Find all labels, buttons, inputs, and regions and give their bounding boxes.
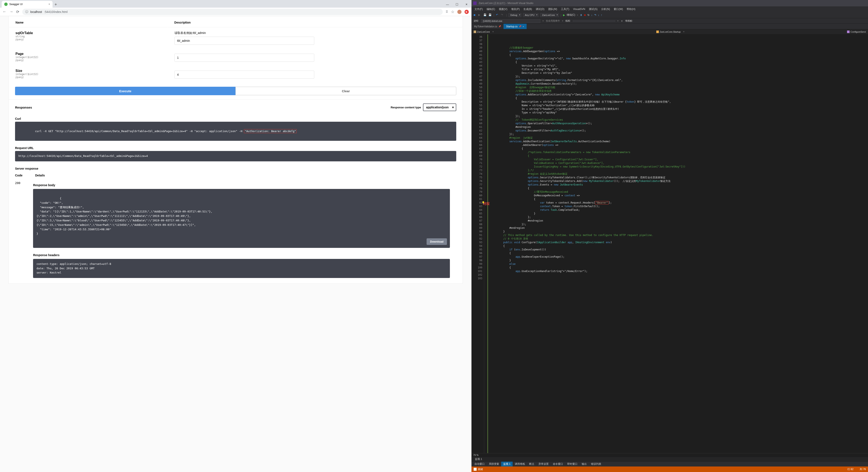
response-headers-block: content-type: application/json; charset=… [33,259,450,278]
stackframe-label: 堆栈帧: [625,19,633,23]
menu-item[interactable]: 调试(D) [534,7,546,11]
config-select[interactable]: Debug [508,13,521,17]
menu-item[interactable]: 视图(V) [497,7,509,11]
save-all-icon[interactable]: 💾 [489,13,492,17]
thread-select[interactable] [573,20,615,22]
menu-item[interactable]: 团队(M) [547,7,559,11]
continue-button[interactable]: 继续(C) [567,13,575,17]
response-code: 200 [15,181,20,282]
bottom-tab[interactable]: 调用堆栈 [513,462,527,467]
thread-label: 线程: [565,19,571,23]
zoom-level[interactable]: 79 % [471,453,868,457]
redo-icon[interactable]: ↷ [501,13,504,17]
close-tab-icon[interactable]: × [49,3,50,6]
execute-button[interactable]: Execute [15,87,236,95]
bottom-tab[interactable]: 监视 1 [501,462,513,467]
bottom-tab[interactable]: 输出 [580,462,589,467]
crumb-project[interactable]: ZanLveCore [474,31,490,33]
platform-select[interactable]: Any CPU [523,13,538,17]
save-icon[interactable]: 💾 [484,13,487,17]
profile-avatar-icon[interactable] [457,10,462,14]
param-name: Size [16,69,161,73]
close-icon[interactable]: × [462,1,471,8]
download-button[interactable]: Download [427,238,447,245]
project-select[interactable]: ZanLveCore [540,13,559,17]
param-input-size[interactable] [175,70,314,79]
param-type: integer($int32) [16,56,161,59]
response-content-type-label: Response content type [391,106,421,109]
param-meta: (query) [16,59,161,62]
step-over-icon[interactable]: ↷ [594,13,596,17]
code-area[interactable]: 对应 //注册服务Swagger services.AddSwaggerGen(… [488,34,868,453]
minimize-icon[interactable]: — [443,1,452,8]
param-input-page[interactable] [175,54,314,62]
address-bar[interactable]: ⓘ localhost:54410/index.html [22,9,443,15]
menu-item[interactable]: 项目(P) [509,7,521,11]
translate-icon[interactable]: ⠿ [446,10,448,14]
curl-block: curl -X GET "http://localhost:54410/api/… [15,122,456,141]
menu-item[interactable]: 测试(S) [587,7,599,11]
site-info-icon[interactable]: ⓘ [25,10,28,14]
nav-forward-icon[interactable]: ▶ [478,13,482,17]
menu-item[interactable]: 分析(N) [599,7,612,11]
bottom-tab[interactable]: 自动窗口 [472,462,487,467]
menu-item[interactable]: 帮助(H) [625,7,637,11]
star-icon[interactable]: ☆ [451,9,454,14]
bottom-tab[interactable]: 局部变量 [487,462,501,467]
nav-back-icon[interactable]: ◀ [473,13,476,17]
menu-item[interactable]: 编辑(E) [485,7,497,11]
editor-tab-mytokenvalidator[interactable]: MyTokenValidator.cs 📌 [471,24,503,29]
curl-auth-highlight: "Authorization: Bearer abcdefg" [244,129,297,133]
reload-icon[interactable]: ⟳ [16,9,19,14]
crumb-class[interactable]: ZanLveCore.Startup [656,31,681,33]
param-name: Page [16,52,161,56]
lifecycle-label[interactable]: 生命周期事件 [546,19,560,23]
forward-icon[interactable]: → [9,9,13,14]
browser-tab[interactable]: Swagger UI × [2,1,53,8]
continue-icon[interactable]: ▶ [563,13,565,17]
extension-icon[interactable]: ◐ [465,10,469,14]
bottom-tab[interactable]: 错误列表 [589,462,603,467]
chrome-titlebar: Swagger UI × + — ☐ × [0,0,471,8]
bottom-tab[interactable]: 异常设置 [536,462,551,467]
browser-window: Swagger UI × + — ☐ × ← → ⟳ ⓘ localhost:5… [0,0,471,472]
new-tab-button[interactable]: + [53,1,59,8]
menu-item[interactable]: 文件(F) [473,7,485,11]
pause-icon[interactable]: ⏸ [580,13,582,17]
filter-icon[interactable]: ▼ [621,20,623,22]
response-body-label: Response body [33,181,456,189]
bottom-tab[interactable]: 断点 [527,462,536,467]
menu-item[interactable]: 生成(B) [522,7,534,11]
status-flag-icon [474,468,476,471]
crumb-method[interactable]: ConfigureServi [847,31,866,33]
stop-icon[interactable]: ■ [584,13,586,17]
pin-icon[interactable]: 📌 [519,25,521,28]
step-into-icon[interactable]: ↓ [598,13,599,17]
vs-titlebar: ZanLveCore (正在运行) - Microsoft Visual Stu… [471,0,868,6]
param-input-sqlortable[interactable] [175,37,314,45]
editor-tab-startup[interactable]: Startup.cs 📌 × [503,24,526,29]
step-out-icon[interactable]: ↑ [601,13,602,17]
bottom-tab[interactable]: 即时窗口 [565,462,580,467]
process-select[interactable]: [14020] dotnet.exe [481,19,540,23]
menu-item[interactable]: 工具(T) [559,7,571,11]
code-editor[interactable]: 3637383940414243444546474849505152535455… [471,34,868,453]
bottom-tab[interactable]: 命令窗口 [551,462,565,467]
undo-icon[interactable]: ↶ [496,13,499,17]
back-icon[interactable]: ← [3,9,6,14]
menu-item[interactable]: VisualSVN [571,7,587,11]
param-name: sqlOrTable [16,31,161,35]
responses-heading: Responses [15,106,32,109]
swagger-favicon [4,3,8,6]
menu-item[interactable]: 窗口(W) [612,7,624,11]
step-to-icon[interactable]: ↓ [591,13,592,17]
pin-icon[interactable]: 📌 [498,25,501,28]
response-content-type-select[interactable]: application/json [423,104,456,111]
response-body-text: { "code": "OK!", "message": "查询结果集成功!", … [36,197,212,235]
vs-menu-bar: 文件(F)编辑(E)视图(V)项目(P)生成(B)调试(D)团队(M)工具(T)… [471,6,868,12]
details-header: Details [35,174,45,177]
clear-button[interactable]: Clear [236,87,456,95]
maximize-icon[interactable]: ☐ [452,1,462,8]
restart-icon[interactable]: ↻ [587,13,590,17]
close-tab-icon[interactable]: × [523,25,524,28]
